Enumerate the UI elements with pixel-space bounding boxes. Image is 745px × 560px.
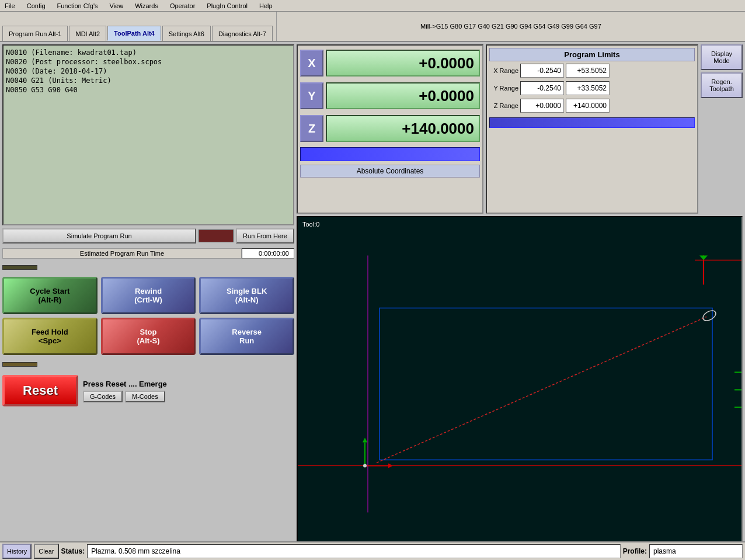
top-bar: Program Run Alt-1 MDI Alt2 ToolPath Alt4… (0, 12, 745, 42)
z-value: +140.0000 (326, 115, 480, 142)
profile-label: Profile: (623, 547, 647, 555)
y-range-min: -0.2540 (520, 81, 564, 95)
feed-rate-bar (300, 147, 480, 161)
tab-program-run[interactable]: Program Run Alt-1 (2, 26, 68, 41)
menu-item-operator[interactable]: Operator (168, 2, 197, 9)
z-range-max: +140.0000 (566, 99, 610, 113)
limits-feed-bar (489, 117, 695, 128)
simulate-progress-bar (199, 229, 234, 242)
est-time-value: 0:00:00:00 (242, 248, 294, 259)
simulate-button[interactable]: Simulate Program Run (2, 228, 196, 244)
z-range-label: Z Range (489, 102, 518, 109)
gcode-line-3: N0030 (Date: 2018-04-17) (6, 67, 291, 76)
coord-row-y: Y +0.0000 (300, 81, 480, 111)
menu-item-plugin-control[interactable]: PlugIn Control (204, 2, 250, 9)
y-axis-label: Y (300, 82, 323, 109)
z-range-min: +0.0000 (520, 99, 564, 113)
press-reset-text: Press Reset .... Emerge (83, 380, 167, 388)
run-from-here-button[interactable]: Run From Here (236, 228, 294, 244)
big-buttons: Cycle Start (Alt-R) Rewind (Crtl-W) Sing… (2, 274, 294, 357)
gcode-line-1: N0010 (Filename: kwadrat01.tap) (6, 48, 291, 57)
gcode-editor[interactable]: N0010 (Filename: kwadrat01.tap) N0020 (P… (2, 44, 294, 225)
program-limits-title: Program Limits (489, 48, 695, 61)
display-regen-buttons: DisplayMode Regen.Toolpath (701, 44, 743, 214)
mcodes-button[interactable]: M-Codes (125, 391, 165, 402)
menu-item-view[interactable]: View (107, 2, 126, 9)
tab-toolpath[interactable]: ToolPath Alt4 (107, 26, 161, 41)
coords-panel: X +0.0000 Y +0.0000 Z +140.0000 Absolute… (297, 44, 483, 214)
z-range-row: Z Range +0.0000 +140.0000 (489, 98, 695, 114)
feed-hold-button[interactable]: Feed Hold <Spc> (2, 318, 98, 355)
tab-mdi[interactable]: MDI Alt2 (69, 26, 106, 41)
svg-rect-0 (298, 256, 741, 513)
gcode-status-text: Mill->G15 G80 G17 G40 G21 G90 G94 G54 G4… (420, 23, 601, 30)
profile-value: plasma (649, 544, 743, 558)
program-limits-panel: Program Limits X Range -0.2540 +53.5052 … (486, 44, 698, 214)
x-range-min: -0.2540 (520, 64, 564, 78)
menu-item-config[interactable]: Config (25, 2, 48, 9)
main-content: N0010 (Filename: kwadrat01.tap) N0020 (P… (0, 42, 745, 554)
reverse-run-button[interactable]: Reverse Run (199, 318, 294, 355)
regen-toolpath-button[interactable]: Regen.Toolpath (701, 72, 743, 98)
tab-section: Program Run Alt-1 MDI Alt2 ToolPath Alt4… (0, 12, 276, 41)
cycle-start-button[interactable]: Cycle Start (Alt-R) (2, 277, 98, 314)
x-range-label: X Range (489, 67, 518, 74)
reset-row: Reset Press Reset .... Emerge G-Codes M-… (2, 371, 294, 410)
menu-item-file[interactable]: File (2, 2, 18, 9)
toolpath-svg (298, 217, 741, 551)
indicator-bar (2, 265, 37, 270)
stop-button[interactable]: Stop (Alt-S) (101, 318, 196, 355)
y-range-label: Y Range (489, 85, 518, 92)
simulate-row: Simulate Program Run Run From Here (2, 228, 294, 244)
x-value: +0.0000 (326, 50, 480, 76)
est-time-label: Estimated Program Run Time (2, 248, 242, 259)
reset-info: Press Reset .... Emerge G-Codes M-Codes (83, 380, 167, 402)
left-panel: N0010 (Filename: kwadrat01.tap) N0020 (P… (2, 44, 294, 552)
menu-item-help[interactable]: Help (257, 2, 275, 9)
y-value: +0.0000 (326, 82, 480, 109)
svg-point-10 (363, 464, 367, 468)
status-label: Status: (61, 547, 85, 555)
z-axis-label: Z (300, 115, 323, 142)
gcode-status-section: Mill->G15 G80 G17 G40 G21 G90 G94 G54 G4… (276, 12, 745, 41)
controls-area: Simulate Program Run Run From Here Estim… (2, 228, 294, 410)
menu-item-function-cfg-s[interactable]: Function Cfg's (55, 2, 100, 9)
reset-button[interactable]: Reset (2, 375, 78, 406)
status-bar: History Clear Status: Plazma. 0.508 mm s… (0, 541, 745, 560)
toolpath-viewer[interactable]: Tool:0 (297, 216, 743, 552)
menu-bar: FileConfigFunction Cfg'sViewWizardsOpera… (0, 0, 745, 12)
single-blk-button[interactable]: Single BLK (Alt-N) (199, 277, 294, 314)
right-panel: X +0.0000 Y +0.0000 Z +140.0000 Absolute… (297, 44, 743, 552)
coord-row-x: X +0.0000 (300, 48, 480, 78)
x-range-row: X Range -0.2540 +53.5052 (489, 62, 695, 79)
gcode-line-2: N0020 (Post processor: steelbox.scpos (6, 57, 291, 67)
est-time-row: Estimated Program Run Time 0:00:00:00 (2, 246, 294, 260)
rewind-button[interactable]: Rewind (Crtl-W) (101, 277, 196, 314)
tab-diagnostics[interactable]: Diagnostics Alt-7 (212, 26, 273, 41)
y-range-max: +33.5052 (566, 81, 610, 95)
gcode-mcode-buttons: G-Codes M-Codes (83, 391, 167, 402)
x-axis-label: X (300, 50, 323, 76)
history-button[interactable]: History (2, 544, 32, 559)
y-range-row: Y Range -0.2540 +33.5052 (489, 80, 695, 96)
coord-row-z: Z +140.0000 (300, 113, 480, 144)
indicator-bar-2 (2, 362, 37, 367)
abs-coords-label: Absolute Coordinates (300, 165, 480, 178)
menu-item-wizards[interactable]: Wizards (133, 2, 161, 9)
gcode-line-5: N0050 G53 G90 G40 (6, 85, 291, 95)
display-mode-button[interactable]: DisplayMode (701, 44, 743, 70)
tool-label: Tool:0 (302, 221, 319, 228)
clear-button[interactable]: Clear (34, 544, 58, 559)
top-right: X +0.0000 Y +0.0000 Z +140.0000 Absolute… (297, 44, 743, 214)
gcode-line-4: N0040 G21 (Units: Metric) (6, 76, 291, 85)
gcodes-button[interactable]: G-Codes (83, 391, 123, 402)
status-value: Plazma. 0.508 mm szczelina (87, 544, 620, 558)
x-range-max: +53.5052 (566, 64, 610, 78)
tab-settings[interactable]: Settings Alt6 (162, 26, 211, 41)
